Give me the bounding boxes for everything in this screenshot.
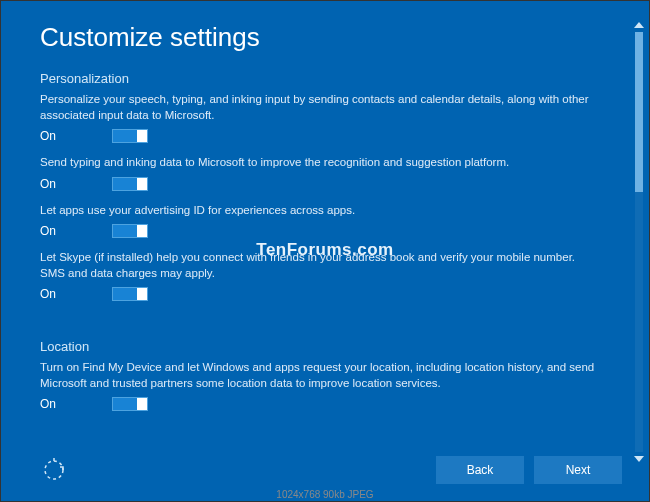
toggle-state-label: On bbox=[40, 177, 64, 191]
toggle-state-label: On bbox=[40, 129, 64, 143]
section-header-personalization: Personalization bbox=[40, 71, 600, 86]
toggle-switch[interactable] bbox=[112, 129, 148, 143]
back-button[interactable]: Back bbox=[436, 456, 524, 484]
toggle-state-label: On bbox=[40, 397, 64, 411]
scroll-down-icon[interactable] bbox=[634, 456, 644, 462]
setting-find-my-device: Turn on Find My Device and let Windows a… bbox=[40, 360, 600, 411]
setting-send-typing-data: Send typing and inking data to Microsoft… bbox=[40, 155, 600, 191]
footer-buttons: Back Next bbox=[436, 456, 622, 484]
setting-description: Send typing and inking data to Microsoft… bbox=[40, 155, 600, 171]
settings-content: Customize settings Personalization Perso… bbox=[40, 22, 600, 462]
section-header-location: Location bbox=[40, 339, 600, 354]
toggle-row: On bbox=[40, 129, 600, 143]
ease-of-access-button[interactable] bbox=[40, 456, 68, 484]
next-button[interactable]: Next bbox=[534, 456, 622, 484]
toggle-state-label: On bbox=[40, 224, 64, 238]
scroll-thumb[interactable] bbox=[635, 32, 643, 192]
toggle-row: On bbox=[40, 397, 600, 411]
setting-speech-typing-inking: Personalize your speech, typing, and ink… bbox=[40, 92, 600, 143]
setting-description: Personalize your speech, typing, and ink… bbox=[40, 92, 600, 123]
ease-of-access-icon bbox=[42, 458, 66, 482]
page-title: Customize settings bbox=[40, 22, 600, 53]
toggle-switch[interactable] bbox=[112, 177, 148, 191]
toggle-row: On bbox=[40, 177, 600, 191]
toggle-switch[interactable] bbox=[112, 287, 148, 301]
setting-skype: Let Skype (if installed) help you connec… bbox=[40, 250, 600, 301]
toggle-switch[interactable] bbox=[112, 397, 148, 411]
svg-point-0 bbox=[45, 461, 63, 479]
image-caption: 1024x768 90kb JPEG bbox=[276, 489, 373, 500]
setting-description: Let apps use your advertising ID for exp… bbox=[40, 203, 600, 219]
setting-description: Turn on Find My Device and let Windows a… bbox=[40, 360, 600, 391]
toggle-switch[interactable] bbox=[112, 224, 148, 238]
scroll-track[interactable] bbox=[635, 32, 643, 452]
vertical-scrollbar[interactable] bbox=[632, 22, 646, 462]
setting-advertising-id: Let apps use your advertising ID for exp… bbox=[40, 203, 600, 239]
scroll-up-icon[interactable] bbox=[634, 22, 644, 28]
toggle-row: On bbox=[40, 287, 600, 301]
setting-description: Let Skype (if installed) help you connec… bbox=[40, 250, 600, 281]
toggle-state-label: On bbox=[40, 287, 64, 301]
toggle-row: On bbox=[40, 224, 600, 238]
